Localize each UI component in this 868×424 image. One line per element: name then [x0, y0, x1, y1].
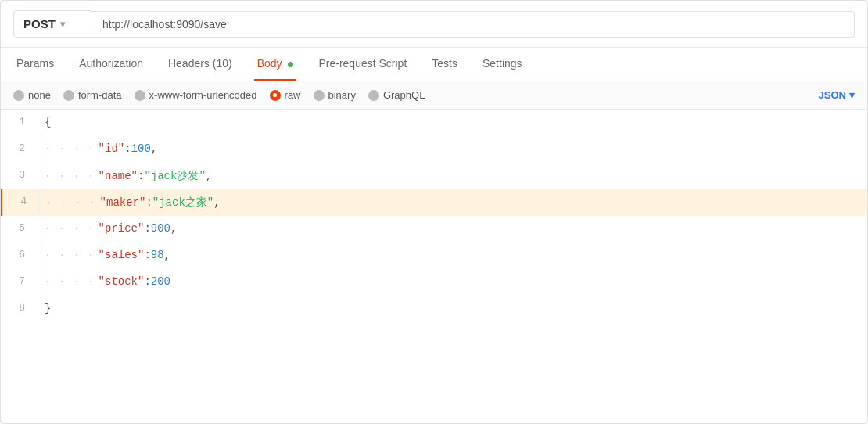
- indent-dots: · · · ·: [45, 171, 95, 181]
- indent-dots: · · · ·: [45, 276, 95, 287]
- url-bar: POST ▾: [1, 1, 867, 48]
- body-type-raw[interactable]: raw: [270, 89, 301, 101]
- value-stock: 200: [151, 275, 170, 288]
- key-sales: "sales": [99, 249, 145, 261]
- radio-form-data-icon: [63, 90, 74, 101]
- tab-authorization[interactable]: Authorization: [76, 48, 146, 81]
- body-type-graphql[interactable]: GraphQL: [368, 89, 425, 101]
- table-row: 2 · · · · "id":100,: [1, 136, 867, 163]
- radio-urlencoded-icon: [135, 90, 145, 101]
- format-selector[interactable]: JSON ▾: [819, 89, 855, 101]
- body-type-urlencoded[interactable]: x-www-form-urlencoded: [135, 89, 257, 101]
- line-number-8: 8: [1, 296, 38, 320]
- url-input[interactable]: [91, 11, 855, 38]
- tab-settings[interactable]: Settings: [479, 48, 525, 81]
- tabs-bar: Params Authorization Headers (10) Body P…: [1, 48, 867, 81]
- line-number-6: 6: [1, 243, 38, 267]
- format-chevron-icon: ▾: [849, 89, 855, 101]
- method-chevron-icon: ▾: [60, 19, 65, 30]
- value-maker: "jack之家": [152, 196, 213, 210]
- key-stock: "stock": [99, 275, 145, 288]
- indent-dots: · · · ·: [45, 250, 95, 261]
- line-number-3: 3: [1, 163, 38, 187]
- value-name: "jack沙发": [144, 169, 205, 183]
- table-row: 6 · · · · "sales":98,: [1, 243, 867, 269]
- table-row: 1 {: [1, 110, 867, 136]
- table-row: 5 · · · · "price":900,: [1, 216, 867, 243]
- body-type-bar: none form-data x-www-form-urlencoded raw…: [1, 81, 867, 110]
- table-row: 4 · · · · "maker":"jack之家",: [1, 189, 867, 216]
- tab-body[interactable]: Body: [254, 48, 297, 81]
- value-price: 900: [151, 222, 170, 235]
- body-type-form-data[interactable]: form-data: [63, 89, 122, 101]
- tab-pre-request-script[interactable]: Pre-request Script: [315, 48, 410, 81]
- tab-tests[interactable]: Tests: [429, 48, 461, 81]
- line-number-4: 4: [2, 189, 40, 214]
- body-active-dot: [288, 62, 293, 67]
- key-price: "price": [99, 222, 145, 235]
- app-container: POST ▾ Params Authorization Headers (10)…: [0, 0, 868, 424]
- body-type-none[interactable]: none: [13, 89, 51, 101]
- indent-dots: · · · ·: [46, 197, 97, 208]
- tab-params[interactable]: Params: [13, 48, 57, 81]
- radio-binary-icon: [314, 90, 325, 101]
- method-label: POST: [23, 17, 56, 31]
- key-name: "name": [99, 170, 138, 182]
- line-number-1: 1: [1, 110, 38, 134]
- line-number-7: 7: [1, 269, 38, 293]
- brace-open: {: [45, 116, 51, 128]
- table-row: 3 · · · · "name":"jack沙发",: [1, 163, 867, 189]
- line-number-5: 5: [1, 216, 38, 240]
- line-number-2: 2: [1, 136, 38, 160]
- value-sales: 98: [151, 249, 164, 261]
- value-id: 100: [131, 142, 151, 155]
- code-editor[interactable]: 1 { 2 · · · · "id":100, 3 · · · · "name"…: [1, 110, 867, 322]
- method-selector[interactable]: POST ▾: [13, 10, 91, 38]
- key-maker: "maker": [100, 196, 146, 209]
- radio-graphql-icon: [368, 90, 379, 101]
- indent-dots: · · · ·: [45, 223, 95, 234]
- key-id: "id": [99, 142, 125, 155]
- body-type-binary[interactable]: binary: [314, 89, 356, 101]
- radio-raw-icon: [270, 90, 281, 101]
- table-row: 7 · · · · "stock":200: [1, 269, 867, 296]
- indent-dots: · · · ·: [45, 143, 95, 154]
- table-row: 8 }: [1, 296, 867, 322]
- radio-none-icon: [13, 90, 24, 101]
- brace-close: }: [45, 302, 51, 314]
- tab-headers[interactable]: Headers (10): [165, 48, 235, 81]
